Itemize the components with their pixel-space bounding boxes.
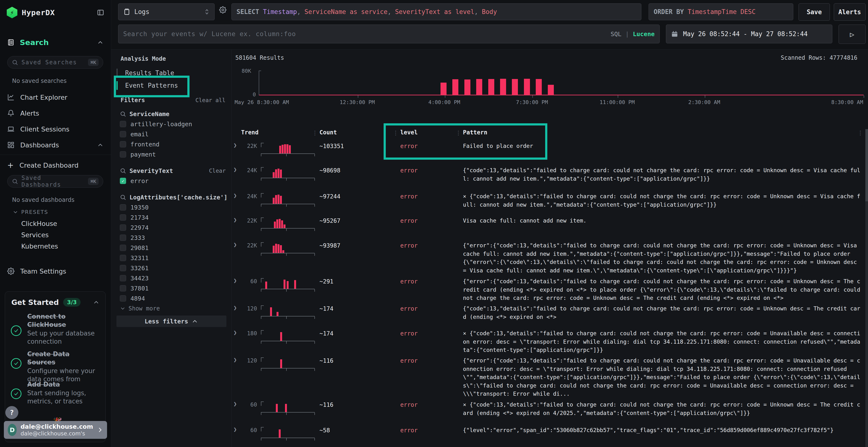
collapse-sidebar-icon[interactable]: [97, 9, 104, 16]
preset-link-clickhouse[interactable]: ClickHouse: [0, 218, 111, 229]
less-filters-button[interactable]: Less filters: [117, 315, 226, 327]
presets-toggle[interactable]: PRESETS: [12, 209, 48, 215]
run-query-button[interactable]: ▷: [839, 25, 866, 44]
checkbox[interactable]: [120, 214, 126, 220]
pattern-row[interactable]: ❯60~116error× {"code":13,"details":"fail…: [231, 400, 868, 425]
pattern-row[interactable]: ❯22K~95267errorVisa cache full: cannot a…: [231, 215, 868, 240]
get-started-item[interactable]: Connect to ClickHouseSet up your databas…: [11, 312, 100, 346]
create-dashboard-button[interactable]: + Create Dashboard: [0, 159, 111, 172]
filter-option[interactable]: 21734: [111, 212, 231, 222]
filter-option[interactable]: payment: [111, 149, 231, 160]
pattern-row[interactable]: ❯120~116error{"error":{"code":13,"detail…: [231, 355, 868, 400]
sidebar-item-dashboards[interactable]: Dashboards: [0, 137, 111, 153]
sidebar-item-search[interactable]: Search: [0, 36, 111, 49]
filter-option[interactable]: artillery-loadgen: [111, 119, 231, 129]
sparkline-bar: [275, 169, 277, 178]
checkbox-checked[interactable]: ✓: [120, 178, 126, 184]
filter-option[interactable]: 37801: [111, 283, 231, 294]
checkbox[interactable]: [120, 265, 126, 271]
pattern-row[interactable]: ❯24K~98698error{"code":13,"details":"fai…: [231, 165, 868, 191]
filter-option[interactable]: frontend: [111, 139, 231, 149]
table-scrollbar[interactable]: [865, 129, 868, 447]
filter-option[interactable]: email: [111, 129, 231, 139]
checkbox[interactable]: [120, 151, 126, 158]
filter-option[interactable]: 2333: [111, 233, 231, 243]
chevron-up-icon[interactable]: [97, 142, 104, 148]
pattern-row[interactable]: ❯24K~97244error× {"code":13,"details":"f…: [231, 191, 868, 215]
help-button[interactable]: ?: [5, 406, 18, 419]
scrollbar-thumb[interactable]: [865, 129, 868, 201]
chevron-up-icon[interactable]: [97, 39, 104, 46]
sparkline-tick: [286, 229, 287, 231]
pattern-row[interactable]: ❯22K~103351errorFailed to place order: [231, 141, 868, 165]
sidebar-item-client-sessions[interactable]: Client Sessions: [0, 121, 111, 137]
count-value: ~174: [319, 330, 334, 337]
pattern-row[interactable]: ❯60~58error{"level":"error","span_id":"5…: [231, 425, 868, 446]
checkbox[interactable]: [120, 285, 126, 291]
get-started-item[interactable]: Create Data SourcesConfigure where your …: [11, 350, 100, 383]
filter-option-label: frontend: [130, 141, 159, 148]
sql-columns-input[interactable]: SELECT Timestamp, ServiceName as service…: [231, 3, 641, 20]
filter-option[interactable]: 29081: [111, 243, 231, 253]
checkbox[interactable]: [120, 245, 126, 251]
save-button[interactable]: Save: [799, 3, 830, 21]
filter-option[interactable]: 34423: [111, 273, 231, 283]
column-drag-handle-icon[interactable]: ⋮: [312, 130, 318, 136]
show-more-button[interactable]: Show more: [111, 304, 231, 314]
order-by-input[interactable]: ORDER BY TimestampTime DESC: [649, 3, 793, 20]
get-started-header[interactable]: Get Started 3/3: [11, 298, 100, 307]
alerts-button[interactable]: Alerts: [834, 3, 866, 21]
preset-link-kubernetes[interactable]: Kubernetes: [0, 241, 111, 252]
chevron-up-icon[interactable]: [93, 299, 100, 306]
clear-all-button[interactable]: Clear all: [195, 97, 225, 103]
search-input[interactable]: Search your events w/ Lucene ex. column:…: [118, 25, 660, 43]
column-drag-handle-icon[interactable]: ⋮: [456, 130, 461, 136]
histogram-plot[interactable]: [259, 71, 864, 95]
sidebar-item-alerts[interactable]: Alerts: [0, 105, 111, 121]
filter-option[interactable]: 22974: [111, 222, 231, 233]
filter-option[interactable]: 33261: [111, 263, 231, 273]
filter-option[interactable]: 19350: [111, 202, 231, 212]
checkbox[interactable]: [120, 131, 126, 137]
trend-sparkline: [261, 194, 315, 204]
connection-settings-icon[interactable]: [219, 6, 226, 13]
mode-results-table[interactable]: Results Table: [111, 67, 222, 79]
checkbox[interactable]: [120, 235, 126, 241]
saved-dashboards-input[interactable]: Saved Dashboards ⌘K: [7, 175, 103, 187]
pattern-row[interactable]: ❯120~174error{"code":13,"details":"faile…: [231, 304, 868, 328]
clear-filter-button[interactable]: Clear: [209, 168, 226, 174]
checkbox[interactable]: [120, 225, 126, 231]
saved-searches-input[interactable]: Saved Searches ⌘K: [7, 56, 103, 69]
checkbox[interactable]: [120, 275, 126, 281]
sql-toggle[interactable]: SQL: [611, 31, 621, 38]
checkbox[interactable]: [120, 255, 126, 261]
filter-option[interactable]: 4894: [111, 294, 231, 304]
source-select[interactable]: Logs: [118, 3, 215, 20]
preset-link-services[interactable]: Services: [0, 229, 111, 241]
shortcut-badge: ⌘K: [88, 178, 99, 185]
filter-option[interactable]: ✓error: [111, 176, 231, 186]
checkbox[interactable]: [120, 204, 126, 210]
filter-option[interactable]: 32311: [111, 253, 231, 263]
column-header-pattern: Pattern: [463, 129, 487, 136]
trend-ymax-label: 24K: [235, 167, 257, 173]
date-range-picker[interactable]: May 26 08:52:44 - May 27 08:52:44: [666, 25, 832, 43]
get-started-item[interactable]: Add DataStart sending logs, metrics, or …: [11, 380, 100, 405]
sidebar-item-chart-explorer[interactable]: Chart Explorer: [0, 89, 111, 105]
table-options-icon[interactable]: ⋮: [858, 130, 863, 136]
laptop-icon: [7, 126, 14, 133]
column-drag-handle-icon[interactable]: ⋮: [393, 130, 399, 136]
y-axis-min-label: 0: [253, 92, 256, 98]
pattern-text: {"error":{"code":13,"details":"failed to…: [463, 356, 861, 398]
sidebar-item-team-settings[interactable]: Team Settings: [0, 265, 111, 278]
mode-event-patterns[interactable]: Event Patterns: [111, 79, 222, 92]
checkbox[interactable]: [120, 141, 126, 147]
pattern-row[interactable]: ❯180~174error× {"code":13,"details":"fai…: [231, 328, 868, 355]
pattern-row[interactable]: ❯60~291error{"error":{"code":13,"details…: [231, 276, 868, 304]
results-area: 581604 Results Scanned Rows: 47774816 80…: [231, 49, 868, 447]
user-menu[interactable]: D dale@clickhouse.com dale@clickhouse.co…: [4, 421, 107, 439]
checkbox[interactable]: [120, 121, 126, 127]
pattern-row[interactable]: ❯22K~93987error{"error":{"code":13,"deta…: [231, 240, 868, 276]
lucene-toggle[interactable]: Lucene: [633, 31, 655, 38]
checkbox[interactable]: [120, 295, 126, 302]
